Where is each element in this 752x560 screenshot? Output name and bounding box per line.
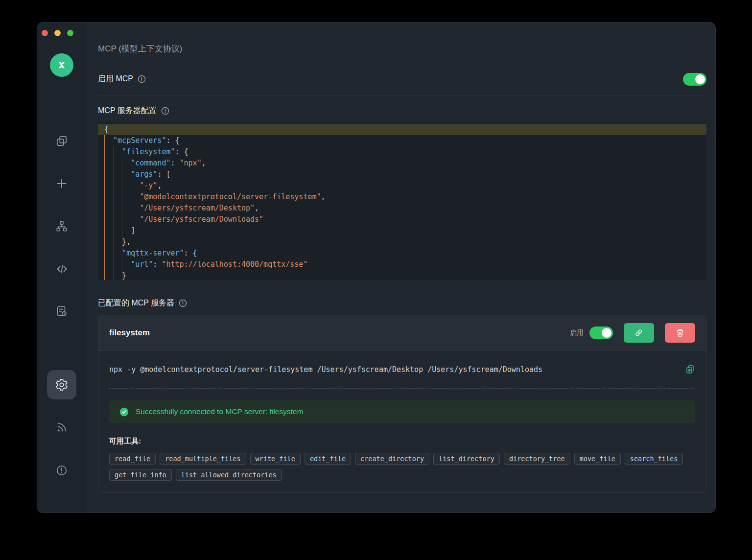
mcp-config-editor[interactable]: { "mcpServers": { "filesystem": { "comma… [98, 122, 706, 280]
code-line: "-y", [104, 180, 706, 191]
mqttx-logo-icon [55, 59, 68, 71]
configured-servers-info-icon[interactable] [179, 299, 187, 307]
server-command-row: npx -y @modelcontextprotocol/server-file… [109, 350, 695, 388]
link-icon [634, 328, 644, 338]
tool-tag: read_multiple_files [160, 453, 246, 465]
server-card-filesystem: filesystem 启用 [98, 315, 706, 493]
sidebar-item-script[interactable] [50, 257, 73, 280]
plus-icon [55, 177, 69, 190]
server-card-header: filesystem 启用 [98, 315, 706, 350]
server-command: npx -y @modelcontextprotocol/server-file… [109, 365, 542, 374]
tool-tag: write_file [250, 453, 301, 465]
enable-mcp-info-icon[interactable] [138, 75, 146, 83]
tool-tag: get_file_info [109, 469, 172, 481]
zoom-window-button[interactable] [67, 30, 73, 36]
connection-status-alert: Successfully connected to MCP server: fi… [109, 400, 695, 423]
tool-tag: list_directory [433, 453, 500, 465]
divider [98, 95, 706, 95]
tools-label: 可用工具: [109, 437, 695, 446]
sidebar-item-settings[interactable] [47, 370, 76, 399]
tool-tag: search_files [625, 453, 683, 465]
page-title: MCP (模型上下文协议) [98, 43, 706, 54]
code-line: "command": "npx", [104, 158, 706, 169]
code-line: "@modelcontextprotocol/server-filesystem… [104, 191, 706, 203]
trash-icon [675, 328, 685, 338]
tool-tag: create_directory [355, 453, 429, 465]
mqttx-logo [50, 53, 73, 77]
minimize-window-button[interactable] [54, 30, 61, 36]
close-window-button[interactable] [42, 30, 48, 36]
code-line: }, [104, 236, 706, 248]
configured-servers-label: 已配置的 MCP 服务器 [98, 298, 174, 308]
copy-command-button[interactable] [685, 364, 695, 374]
enable-mcp-label: 启用 MCP [98, 74, 133, 84]
code-line: "url": "http://localhost:4000/mqttx/sse" [104, 259, 706, 270]
code-line: "filesystem": { [104, 146, 706, 158]
divider [98, 288, 706, 288]
server-config-heading: MCP 服务器配置 [98, 106, 706, 116]
server-enable-label: 启用 [570, 328, 584, 337]
server-name: filesystem [109, 328, 150, 338]
code-line: "args": [ [104, 169, 706, 180]
success-check-icon [119, 407, 129, 417]
enable-mcp-toggle[interactable] [683, 73, 706, 86]
code-line: } [104, 270, 706, 280]
app-window: MCP (模型上下文协议) 启用 MCP MCP 服务器配置 [37, 22, 716, 513]
code-line: "mcpServers": { [104, 135, 706, 146]
sidebar-item-new-connection[interactable] [50, 172, 73, 195]
server-enable-toggle[interactable] [589, 327, 613, 339]
tool-tag: edit_file [305, 453, 351, 465]
sidebar-item-log[interactable] [50, 300, 73, 323]
tool-tag: move_file [574, 453, 621, 465]
traffic-lights [42, 30, 73, 36]
enable-mcp-row: 启用 MCP [98, 63, 706, 95]
server-config-info-icon[interactable] [161, 107, 169, 115]
sidebar-item-about[interactable] [50, 459, 73, 482]
copy-icon [685, 364, 695, 374]
dashed-divider [109, 388, 695, 389]
connections-icon [55, 135, 68, 147]
code-icon [55, 262, 69, 276]
code-line: "/Users/ysfscream/Downloads" [104, 214, 706, 225]
sidebar-item-connections[interactable] [50, 129, 73, 153]
about-icon [55, 464, 68, 477]
tool-tag: list_allowed_directories [176, 469, 282, 481]
connection-status-text: Successfully connected to MCP server: fi… [136, 407, 304, 416]
server-delete-button[interactable] [665, 323, 695, 343]
code-line: { [98, 124, 706, 135]
tools-list: read_fileread_multiple_fileswrite_fileed… [109, 453, 695, 481]
rss-icon [55, 421, 68, 434]
tool-tag: directory_tree [504, 453, 570, 465]
code-lines: { "mcpServers": { "filesystem": { "comma… [104, 124, 706, 280]
code-line: ] [104, 225, 706, 236]
settings-content: MCP (模型上下文协议) 启用 MCP MCP 服务器配置 [86, 23, 715, 513]
server-config-label: MCP 服务器配置 [98, 106, 157, 116]
server-connect-button[interactable] [624, 323, 654, 343]
sidebar [37, 23, 86, 513]
sitemap-icon [55, 220, 68, 233]
server-card-body: npx -y @modelcontextprotocol/server-file… [98, 350, 706, 492]
sidebar-item-topology[interactable] [50, 214, 73, 238]
code-line: "mqttx-server": { [104, 248, 706, 259]
tool-tag: read_file [109, 453, 156, 465]
code-line: "/Users/ysfscream/Desktop", [104, 203, 706, 214]
log-file-icon [55, 305, 68, 318]
configured-servers-heading: 已配置的 MCP 服务器 [98, 298, 706, 308]
gear-icon [55, 378, 69, 392]
sidebar-item-feed[interactable] [50, 416, 73, 439]
